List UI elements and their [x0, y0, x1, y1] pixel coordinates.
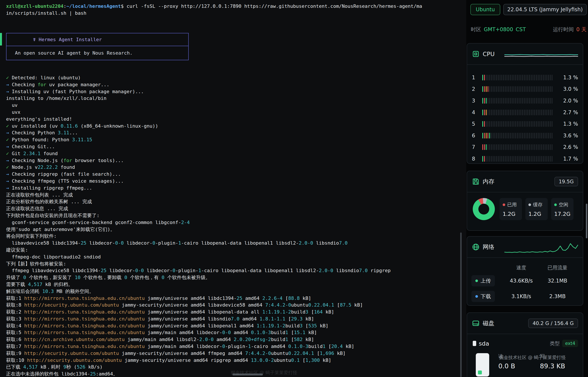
cpu-card: CPU 11.3 %23.0 %32.0 %42.7 %51.3 %63.6 %… [467, 43, 583, 164]
os-version-button[interactable]: 22.04.5 LTS (Jammy Jellyfish) [503, 4, 587, 15]
disk-card: 磁盘 40.2 G / 156.4 G sda 类型 ext4 读 0.0 B [467, 312, 583, 377]
os-button-row: Ubuntu 22.04.5 LTS (Jammy Jellyfish) [470, 4, 587, 15]
cpu-title: CPU [483, 51, 495, 58]
cpu-core-percent: 2.0 % [558, 98, 578, 104]
memory-legend: 已用1.2G缓存1.2G空闲17.2G [500, 198, 574, 220]
panel-scrollbar[interactable] [586, 204, 587, 238]
disk-write-value: 89.3 KB [540, 362, 572, 370]
network-direction-pill: 下载 [471, 291, 495, 302]
network-row: 下载3.1KB/s2.3MB [471, 289, 578, 303]
terminal-line: → Checking ffmpeg (TTS voice messages)..… [6, 178, 391, 185]
terminal-line: libavdevice58 libdc1394-25 libdecor-0-0 … [6, 240, 391, 247]
disk-device-icon [473, 341, 476, 346]
network-title: 网络 [483, 243, 494, 251]
cpu-core-id: 8 [472, 156, 478, 162]
terminal-line: 获取:4 http://mirrors.tuna.tsinghua.edu.cn… [6, 322, 391, 329]
os-button[interactable]: Ubuntu [470, 4, 500, 15]
legend-label: 缓存 [533, 201, 542, 208]
cpu-core-percent: 2.7 % [558, 109, 578, 116]
terminal-line: 获取:7 http://mirrors.tuna.tsinghua.edu.cn… [6, 343, 391, 350]
terminal-line: 解压缩后会消耗 10.3 MB 的额外空间。 [6, 288, 391, 295]
disk-read-value: 0.0 B [498, 362, 531, 370]
installer-subtitle: An open source AI agent by Nous Research… [7, 46, 188, 60]
memory-donut-hole [478, 204, 489, 214]
terminal-vertical-scrollbar[interactable] [460, 233, 462, 377]
direction-label: 上传 [481, 277, 491, 284]
memory-legend-item: 空闲17.2G [551, 198, 574, 220]
cpu-usage-bar [482, 110, 554, 115]
terminal-line: → Checking Python 3.11... [6, 129, 391, 136]
disk-type-label: 类型 [550, 340, 560, 347]
cpu-core-percent: 1.7 % [558, 156, 578, 162]
cpu-card-header: CPU [467, 44, 583, 65]
cpu-core-row: 81.7 % [472, 153, 578, 164]
uptime-label: 运行时间 [553, 26, 574, 33]
timezone-offset: GMT+0800 [484, 26, 513, 33]
terminal-line: 获取:5 http://mirrors.tuna.tsinghua.edu.cn… [6, 329, 391, 336]
disk-usage-badge: 40.2 G / 156.4 G [528, 318, 578, 328]
direction-dot-icon [475, 280, 478, 282]
terminal-line: → Installing ripgrep ffmpeg... [6, 185, 391, 191]
cpu-core-percent: 2.6 % [558, 144, 578, 150]
memory-legend-item: 已用1.2G [500, 198, 522, 220]
cpu-chip-icon [472, 50, 480, 58]
installer-box: ☤ Hermes Agent Installer An open source … [6, 33, 189, 60]
cpu-core-id: 6 [472, 133, 478, 139]
network-card: 网络 速度 已用流量 上传43.6KB/s32.1MB下载3.1KB/s2.3M… [467, 236, 583, 306]
cpu-usage-bar [482, 144, 554, 150]
terminal-command: xzll@xzll-ubuntu2204:~/local/hermesAgent… [6, 3, 422, 17]
terminal-line: everything's installed! [6, 116, 391, 123]
terminal[interactable]: xzll@xzll-ubuntu2204:~/local/hermesAgent… [0, 0, 466, 377]
uptime-group: 运行时间 0 天 [553, 26, 587, 33]
network-globe-icon [472, 243, 480, 251]
network-usage-value: 32.1MB [536, 278, 578, 284]
cpu-core-row: 72.6 % [472, 141, 578, 153]
watermark-terminal: 掘金技术社区 @ 蝎子莱莱爱打怪 [231, 370, 297, 376]
cpu-usage-bar [482, 121, 554, 127]
terminal-line: 升级了 0 个软件包，新安装了 10 个软件包，要卸载 0 个软件包，有 0 个… [6, 274, 391, 281]
network-card-header: 网络 [467, 236, 583, 258]
terminal-line: uv [6, 102, 391, 109]
network-col-speed: 速度 [506, 264, 536, 271]
disk-type-group: 类型 ext4 [550, 340, 578, 347]
monitor-panel: Ubuntu 22.04.5 LTS (Jammy Jellyfish) 时区 … [466, 0, 588, 377]
terminal-line: 获取:1 http://mirrors.tuna.tsinghua.edu.cn… [6, 295, 391, 302]
terminal-line: 获取:9 http://security.ubuntu.com/ubuntu j… [6, 350, 391, 357]
cpu-core-list: 11.3 %23.0 %32.0 %42.7 %51.3 %63.6 %72.6… [467, 65, 583, 164]
direction-label: 下载 [481, 293, 491, 300]
terminal-line: 正在分析软件包的依赖关系树 ... 完成 [6, 198, 391, 205]
timezone-group: 时区 GMT+0800 CST [471, 26, 526, 33]
network-row: 上传43.6KB/s32.1MB [471, 274, 578, 288]
disk-type-badge: ext4 [562, 340, 578, 347]
legend-dot-icon [503, 203, 505, 206]
terminal-line: 使用'sudo apt autoremove'来卸载它(它们)。 [6, 226, 391, 233]
network-table-header: 速度 已用流量 [471, 263, 578, 272]
memory-card-header: 内存 19.5G [467, 171, 583, 192]
legend-dot-icon [554, 203, 557, 206]
cpu-usage-bar [482, 133, 554, 139]
disk-device-name: sda [479, 340, 489, 347]
terminal-accent-strip [0, 33, 2, 46]
terminal-output: ✓ Detected: linux (ubuntu)→ Checking for… [6, 74, 391, 377]
cpu-core-id: 5 [472, 121, 478, 127]
terminal-line: 已下载 4,517 kB，耗时 9秒 (526 kB/s) [6, 364, 391, 370]
cpu-usage-bar [482, 98, 554, 104]
terminal-line: in/scripts/install.sh | bash [6, 10, 422, 17]
terminal-line: → Installing uv (fast Python package man… [6, 88, 391, 95]
direction-dot-icon [475, 295, 478, 298]
terminal-line: 获取:10 http://security.ubuntu.com/ubuntu … [6, 357, 391, 364]
terminal-line: ✓ uv installed (uv 0.11.6 (x86_64-unknow… [6, 123, 391, 130]
legend-dot-icon [529, 203, 531, 206]
network-col-usage: 已用流量 [536, 264, 578, 271]
terminal-line: 将会同时安装下列软件: [6, 233, 391, 240]
cpu-core-row: 11.3 % [472, 72, 578, 83]
uptime-value: 0 天 [576, 26, 587, 33]
terminal-line: → Checking Node.js (for browser tools)..… [6, 157, 391, 164]
terminal-line: installing to /home/xzll/.local/bin [6, 95, 391, 102]
disk-harddrive-icon [472, 319, 480, 327]
terminal-line: → Checking Git... [6, 143, 391, 150]
cpu-core-percent: 3.0 % [558, 86, 578, 92]
memory-title: 内存 [483, 178, 494, 186]
drive-icon [476, 353, 489, 377]
memory-body: 已用1.2G缓存1.2G空闲17.2G [467, 192, 583, 220]
